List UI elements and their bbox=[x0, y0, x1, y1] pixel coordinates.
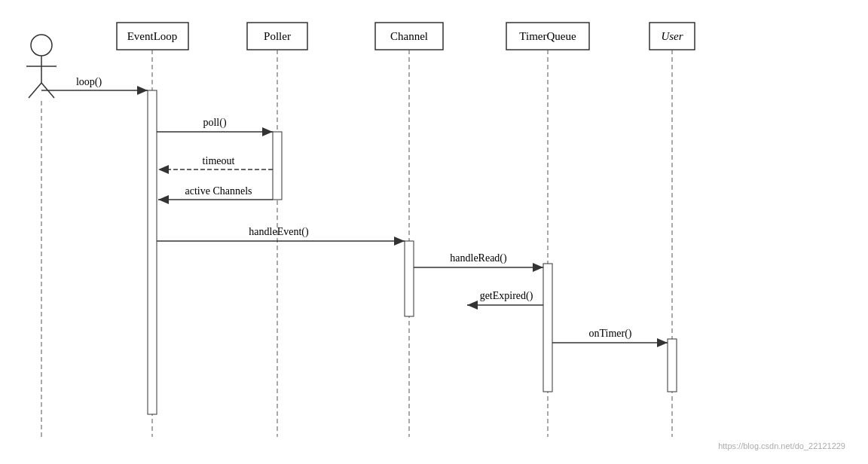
timeout-label: timeout bbox=[203, 155, 235, 166]
get-expired-label: getExpired() bbox=[480, 290, 533, 302]
handle-event-label: handleEvent() bbox=[249, 226, 309, 238]
svg-rect-0 bbox=[0, 0, 868, 464]
user-right-label: User bbox=[661, 30, 683, 42]
timerqueue-label: TimerQueue bbox=[519, 30, 576, 42]
eventloop-label: EventLoop bbox=[127, 30, 178, 42]
loop-label: loop() bbox=[76, 76, 102, 88]
active-channels-label: active Channels bbox=[185, 185, 252, 197]
poller-label: Poller bbox=[264, 30, 291, 42]
handle-read-label: handleRead() bbox=[450, 252, 507, 264]
on-timer-label: onTimer() bbox=[588, 328, 631, 340]
channel-label: Channel bbox=[390, 30, 428, 42]
svg-rect-19 bbox=[405, 241, 414, 316]
svg-rect-20 bbox=[543, 264, 552, 392]
poll-label: poll() bbox=[203, 117, 226, 129]
watermark: https://blog.csdn.net/do_22121229 bbox=[718, 441, 845, 450]
svg-rect-18 bbox=[273, 132, 282, 200]
diagram-container: EventLoop Poller Channel TimerQueue User bbox=[0, 0, 868, 464]
svg-rect-21 bbox=[668, 339, 677, 392]
svg-rect-17 bbox=[148, 90, 157, 414]
